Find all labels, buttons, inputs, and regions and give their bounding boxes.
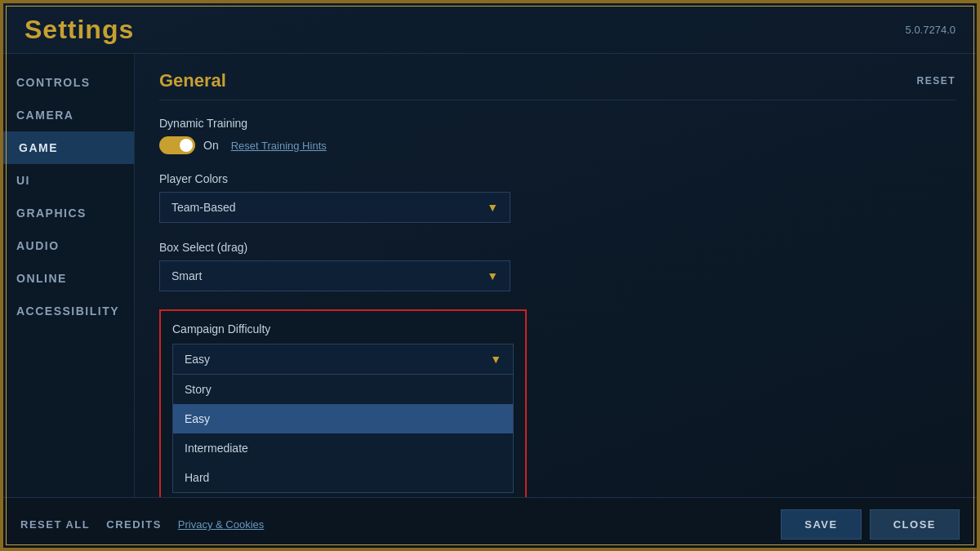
box-select-row: Box Select (drag) Smart ▼ [159,241,956,291]
section-title: General [159,70,226,91]
app-title: Settings [24,15,134,45]
campaign-difficulty-arrow-icon: ▼ [490,353,501,366]
reset-all-button[interactable]: RESET ALL [20,518,90,531]
player-colors-arrow-icon: ▼ [487,201,498,214]
campaign-difficulty-options: Story Easy Intermediate Hard [172,375,514,493]
sidebar-item-audio[interactable]: AUDIO [0,229,134,262]
option-easy[interactable]: Easy [173,404,513,433]
campaign-difficulty-dropdown[interactable]: Easy ▼ [172,344,514,375]
option-hard[interactable]: Hard [173,463,513,492]
content-area: General RESET Dynamic Training On Reset … [135,54,980,497]
save-button[interactable]: SAVE [781,509,861,540]
app-container: Settings 5.0.7274.0 CONTROLS CAMERA GAME… [0,0,980,551]
toggle-row: On Reset Training Hints [159,136,956,154]
option-intermediate[interactable]: Intermediate [173,433,513,463]
player-colors-label: Player Colors [159,172,956,185]
sidebar-item-controls[interactable]: CONTROLS [0,66,134,99]
sidebar-item-accessibility[interactable]: ACCESSIBILITY [0,295,134,327]
player-colors-row: Player Colors Team-Based ▼ [159,172,956,223]
footer-left: RESET ALL CREDITS Privacy & Cookies [20,518,264,531]
credits-button[interactable]: CREDITS [106,518,162,531]
sidebar-item-graphics[interactable]: GRAPHICS [0,197,134,229]
toggle-on-text: On [203,139,219,152]
campaign-difficulty-label: Campaign Difficulty [172,322,514,335]
dynamic-training-toggle[interactable] [159,136,195,154]
dynamic-training-label: Dynamic Training [159,117,956,130]
player-colors-dropdown[interactable]: Team-Based ▼ [159,192,510,223]
version-label: 5.0.7274.0 [906,24,956,36]
main-layout: CONTROLS CAMERA GAME UI GRAPHICS AUDIO O… [0,54,980,497]
footer-right: SAVE CLOSE [781,509,960,540]
box-select-arrow-icon: ▼ [487,269,498,282]
box-select-value: Smart [172,269,202,282]
footer: RESET ALL CREDITS Privacy & Cookies SAVE… [0,497,980,551]
sidebar: CONTROLS CAMERA GAME UI GRAPHICS AUDIO O… [0,54,135,497]
option-story[interactable]: Story [173,375,513,404]
privacy-cookies-link[interactable]: Privacy & Cookies [178,518,264,531]
player-colors-value: Team-Based [172,201,236,214]
reset-hints-link[interactable]: Reset Training Hints [231,140,327,152]
content-header: General RESET [159,70,956,100]
dynamic-training-row: Dynamic Training On Reset Training Hints [159,117,956,154]
campaign-difficulty-value: Easy [185,353,210,366]
campaign-difficulty-section: Campaign Difficulty Easy ▼ Story Easy In… [159,309,527,497]
header: Settings 5.0.7274.0 [0,0,980,54]
close-button[interactable]: CLOSE [870,509,960,540]
sidebar-item-camera[interactable]: CAMERA [0,99,134,131]
sidebar-item-game[interactable]: GAME [0,131,134,164]
sidebar-item-online[interactable]: ONLINE [0,262,134,295]
reset-button[interactable]: RESET [916,75,956,87]
box-select-dropdown[interactable]: Smart ▼ [159,260,510,291]
box-select-label: Box Select (drag) [159,241,956,254]
sidebar-item-ui[interactable]: UI [0,164,134,197]
